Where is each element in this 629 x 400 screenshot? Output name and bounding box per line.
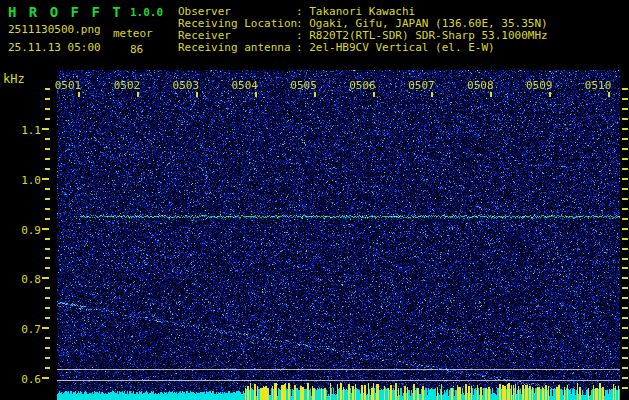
time-tick-label: 0510	[583, 79, 613, 92]
right-tick	[622, 387, 628, 389]
right-tick	[622, 327, 628, 329]
time-tick	[431, 92, 433, 97]
freq-tick-label: 1.1	[11, 124, 41, 137]
time-tick	[255, 92, 257, 97]
time-tick-label: 0507	[406, 79, 436, 92]
freq-tick	[45, 168, 50, 170]
info-row-label: Receiving Location	[178, 18, 297, 29]
right-tick	[622, 287, 628, 289]
time-tick	[608, 92, 610, 97]
time-tick-label: 0502	[112, 79, 142, 92]
freq-tick	[45, 367, 50, 369]
freq-tick	[42, 377, 49, 379]
freq-tick-label: 0.8	[11, 273, 41, 286]
freq-tick	[45, 198, 50, 200]
freq-tick	[45, 148, 50, 150]
right-tick	[622, 357, 628, 359]
freq-tick	[45, 138, 50, 140]
time-tick-label: 0508	[465, 79, 495, 92]
right-tick	[622, 337, 628, 339]
freq-tick	[45, 188, 50, 190]
freq-tick	[42, 178, 49, 180]
freq-tick	[45, 337, 50, 339]
right-tick	[622, 218, 628, 220]
mode-label: meteor	[113, 28, 153, 39]
app-title: H R O F F T	[8, 5, 123, 19]
right-tick	[622, 377, 628, 379]
right-tick	[622, 228, 628, 230]
right-tick	[622, 317, 628, 319]
freq-tick	[45, 297, 50, 299]
freq-tick-label: 0.7	[11, 323, 41, 336]
right-tick	[622, 238, 628, 240]
freq-tick	[45, 347, 50, 349]
time-tick-label: 0509	[524, 79, 554, 92]
spectrogram-canvas	[57, 70, 620, 400]
right-tick	[622, 208, 628, 210]
freq-tick	[45, 317, 50, 319]
freq-tick-label: 0.6	[11, 373, 41, 386]
info-row-label: Receiver	[178, 30, 231, 41]
time-tick	[490, 92, 492, 97]
freq-tick	[45, 118, 50, 120]
freq-tick	[45, 357, 50, 359]
right-tick	[622, 198, 628, 200]
freq-tick	[45, 88, 50, 90]
time-tick-label: 0505	[289, 79, 319, 92]
info-row-label: Observer	[178, 6, 231, 17]
right-tick	[622, 178, 628, 180]
time-tick-label: 0504	[230, 79, 260, 92]
time-tick	[78, 92, 80, 97]
right-tick	[622, 307, 628, 309]
freq-tick	[42, 277, 49, 279]
app-version: 1.0.0	[130, 7, 163, 18]
freq-axis-unit: kHz	[3, 73, 25, 85]
right-tick	[622, 148, 628, 150]
right-tick	[622, 277, 628, 279]
freq-tick	[45, 248, 50, 250]
freq-tick	[45, 218, 50, 220]
right-tick	[622, 168, 628, 170]
right-tick	[622, 118, 628, 120]
info-row-value: : Takanori Kawachi	[296, 6, 415, 17]
right-tick	[622, 88, 628, 90]
right-tick	[622, 297, 628, 299]
right-tick	[622, 248, 628, 250]
right-tick	[622, 367, 628, 369]
freq-tick	[45, 208, 50, 210]
info-row-value: : 2el-HB9CV Vertical (el. E-W)	[296, 42, 495, 53]
right-tick	[622, 138, 628, 140]
freq-tick	[45, 238, 50, 240]
freq-tick	[45, 267, 50, 269]
time-tick	[196, 92, 198, 97]
info-row-value: : R820T2(RTL-SDR) SDR-Sharp 53.1000MHz	[296, 30, 548, 41]
time-tick	[137, 92, 139, 97]
freq-tick	[42, 327, 49, 329]
info-row-label: Receiving antenna	[178, 42, 291, 53]
right-tick	[622, 158, 628, 160]
observation-datetime: 25.11.13 05:00	[8, 42, 101, 53]
right-tick	[622, 98, 628, 100]
time-tick	[549, 92, 551, 97]
freq-tick	[42, 228, 49, 230]
freq-tick-label: 1.0	[11, 174, 41, 187]
time-tick-label: 0506	[348, 79, 378, 92]
right-tick	[622, 108, 628, 110]
freq-tick-label: 0.9	[11, 224, 41, 237]
hrofft-output-image: H R O F F T 1.0.0 2511130500.png meteor …	[0, 0, 629, 400]
freq-tick	[45, 158, 50, 160]
time-tick-label: 0501	[53, 79, 83, 92]
output-filename: 2511130500.png	[8, 24, 101, 35]
time-tick-label: 0503	[171, 79, 201, 92]
freq-tick	[45, 98, 50, 100]
echo-count: 86	[130, 44, 143, 55]
freq-tick	[42, 128, 49, 130]
freq-tick	[45, 257, 50, 259]
freq-tick	[45, 108, 50, 110]
time-tick	[373, 92, 375, 97]
right-tick	[622, 267, 628, 269]
right-tick	[622, 188, 628, 190]
freq-tick	[45, 307, 50, 309]
right-tick	[622, 347, 628, 349]
info-row-value: : Ogaki, Gifu, JAPAN (136.60E, 35.35N)	[296, 18, 548, 29]
